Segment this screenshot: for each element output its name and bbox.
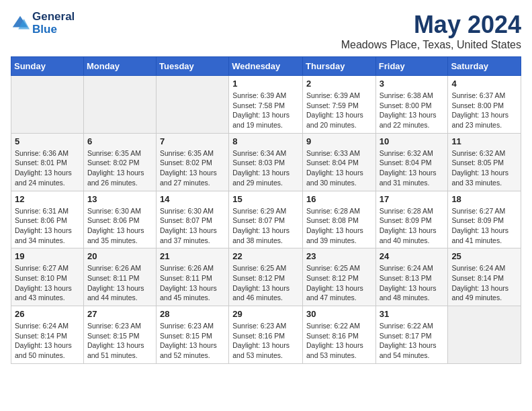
- day-info: Sunrise: 6:24 AM Sunset: 8:14 PM Dayligh…: [451, 263, 517, 303]
- day-cell: 21Sunrise: 6:26 AM Sunset: 8:11 PM Dayli…: [157, 248, 229, 306]
- day-info: Sunrise: 6:39 AM Sunset: 7:59 PM Dayligh…: [306, 91, 372, 130]
- day-info: Sunrise: 6:37 AM Sunset: 8:00 PM Dayligh…: [451, 91, 517, 130]
- logo-icon: [11, 14, 30, 33]
- day-cell: 13Sunrise: 6:30 AM Sunset: 8:06 PM Dayli…: [83, 191, 156, 248]
- day-number: 4: [451, 79, 517, 89]
- day-number: 25: [451, 251, 517, 261]
- day-number: 3: [380, 79, 445, 89]
- day-number: 5: [15, 136, 80, 146]
- title-block: May 2024 Meadows Place, Texas, United St…: [341, 11, 521, 51]
- day-info: Sunrise: 6:27 AM Sunset: 8:10 PM Dayligh…: [15, 263, 80, 303]
- header-row: SundayMondayTuesdayWednesdayThursdayFrid…: [11, 57, 521, 76]
- day-number: 14: [160, 194, 225, 204]
- day-info: Sunrise: 6:30 AM Sunset: 8:07 PM Dayligh…: [160, 206, 225, 246]
- day-number: 29: [232, 309, 299, 319]
- day-cell: 5Sunrise: 6:36 AM Sunset: 8:01 PM Daylig…: [11, 133, 84, 191]
- logo: General Blue: [11, 11, 75, 36]
- day-cell: [11, 76, 84, 134]
- day-cell: 18Sunrise: 6:27 AM Sunset: 8:09 PM Dayli…: [448, 191, 521, 248]
- day-number: 22: [232, 251, 299, 261]
- day-cell: 15Sunrise: 6:29 AM Sunset: 8:07 PM Dayli…: [229, 191, 303, 248]
- day-cell: 19Sunrise: 6:27 AM Sunset: 8:10 PM Dayli…: [11, 248, 84, 306]
- day-info: Sunrise: 6:30 AM Sunset: 8:06 PM Dayligh…: [87, 206, 152, 246]
- day-number: 26: [15, 309, 80, 319]
- day-info: Sunrise: 6:35 AM Sunset: 8:02 PM Dayligh…: [160, 148, 225, 188]
- day-info: Sunrise: 6:32 AM Sunset: 8:04 PM Dayligh…: [380, 148, 445, 188]
- header-cell-wednesday: Wednesday: [229, 57, 303, 76]
- day-cell: 23Sunrise: 6:25 AM Sunset: 8:12 PM Dayli…: [303, 248, 376, 306]
- day-number: 15: [232, 194, 299, 204]
- day-cell: 31Sunrise: 6:22 AM Sunset: 8:17 PM Dayli…: [375, 306, 448, 364]
- day-cell: 24Sunrise: 6:24 AM Sunset: 8:13 PM Dayli…: [375, 248, 448, 306]
- day-number: 30: [306, 309, 372, 319]
- day-info: Sunrise: 6:27 AM Sunset: 8:09 PM Dayligh…: [451, 206, 517, 246]
- day-info: Sunrise: 6:28 AM Sunset: 8:09 PM Dayligh…: [380, 206, 445, 246]
- day-cell: 30Sunrise: 6:22 AM Sunset: 8:16 PM Dayli…: [303, 306, 376, 364]
- week-row-4: 19Sunrise: 6:27 AM Sunset: 8:10 PM Dayli…: [11, 248, 521, 306]
- day-info: Sunrise: 6:22 AM Sunset: 8:16 PM Dayligh…: [306, 321, 372, 361]
- calendar-subtitle: Meadows Place, Texas, United States: [341, 39, 521, 51]
- day-cell: 14Sunrise: 6:30 AM Sunset: 8:07 PM Dayli…: [157, 191, 229, 248]
- day-cell: 29Sunrise: 6:23 AM Sunset: 8:16 PM Dayli…: [229, 306, 303, 364]
- day-number: 10: [380, 136, 445, 146]
- day-info: Sunrise: 6:23 AM Sunset: 8:16 PM Dayligh…: [232, 321, 299, 361]
- day-number: 13: [87, 194, 152, 204]
- header-cell-friday: Friday: [375, 57, 448, 76]
- day-cell: 27Sunrise: 6:23 AM Sunset: 8:15 PM Dayli…: [83, 306, 156, 364]
- day-cell: 7Sunrise: 6:35 AM Sunset: 8:02 PM Daylig…: [157, 133, 229, 191]
- day-number: 6: [87, 136, 152, 146]
- header-cell-monday: Monday: [83, 57, 156, 76]
- day-cell: 26Sunrise: 6:24 AM Sunset: 8:14 PM Dayli…: [11, 306, 84, 364]
- day-info: Sunrise: 6:32 AM Sunset: 8:05 PM Dayligh…: [451, 148, 517, 188]
- page-header: General Blue May 2024 Meadows Place, Tex…: [11, 11, 521, 51]
- day-number: 27: [87, 309, 152, 319]
- day-number: 19: [15, 251, 80, 261]
- day-number: 2: [306, 79, 372, 89]
- calendar-body: 1Sunrise: 6:39 AM Sunset: 7:58 PM Daylig…: [11, 76, 521, 364]
- day-number: 1: [232, 79, 299, 89]
- header-cell-sunday: Sunday: [11, 57, 84, 76]
- day-cell: 28Sunrise: 6:23 AM Sunset: 8:15 PM Dayli…: [157, 306, 229, 364]
- day-number: 28: [160, 309, 225, 319]
- day-info: Sunrise: 6:35 AM Sunset: 8:02 PM Dayligh…: [87, 148, 152, 188]
- day-info: Sunrise: 6:22 AM Sunset: 8:17 PM Dayligh…: [380, 321, 445, 361]
- header-cell-saturday: Saturday: [448, 57, 521, 76]
- day-info: Sunrise: 6:29 AM Sunset: 8:07 PM Dayligh…: [232, 206, 299, 246]
- day-cell: 17Sunrise: 6:28 AM Sunset: 8:09 PM Dayli…: [375, 191, 448, 248]
- day-number: 9: [306, 136, 372, 146]
- day-number: 18: [451, 194, 517, 204]
- day-number: 7: [160, 136, 225, 146]
- day-number: 31: [380, 309, 445, 319]
- day-cell: 2Sunrise: 6:39 AM Sunset: 7:59 PM Daylig…: [303, 76, 376, 134]
- day-info: Sunrise: 6:24 AM Sunset: 8:14 PM Dayligh…: [15, 321, 80, 361]
- day-number: 23: [306, 251, 372, 261]
- week-row-1: 1Sunrise: 6:39 AM Sunset: 7:58 PM Daylig…: [11, 76, 521, 134]
- week-row-2: 5Sunrise: 6:36 AM Sunset: 8:01 PM Daylig…: [11, 133, 521, 191]
- day-info: Sunrise: 6:34 AM Sunset: 8:03 PM Dayligh…: [232, 148, 299, 188]
- day-number: 21: [160, 251, 225, 261]
- day-cell: 12Sunrise: 6:31 AM Sunset: 8:06 PM Dayli…: [11, 191, 84, 248]
- day-info: Sunrise: 6:28 AM Sunset: 8:08 PM Dayligh…: [306, 206, 372, 246]
- day-number: 8: [232, 136, 299, 146]
- day-info: Sunrise: 6:26 AM Sunset: 8:11 PM Dayligh…: [87, 263, 152, 303]
- day-cell: [157, 76, 229, 134]
- day-cell: 20Sunrise: 6:26 AM Sunset: 8:11 PM Dayli…: [83, 248, 156, 306]
- day-info: Sunrise: 6:38 AM Sunset: 8:00 PM Dayligh…: [380, 91, 445, 130]
- day-number: 17: [380, 194, 445, 204]
- day-info: Sunrise: 6:31 AM Sunset: 8:06 PM Dayligh…: [15, 206, 80, 246]
- calendar-table: SundayMondayTuesdayWednesdayThursdayFrid…: [11, 56, 521, 364]
- day-info: Sunrise: 6:33 AM Sunset: 8:04 PM Dayligh…: [306, 148, 372, 188]
- day-cell: 4Sunrise: 6:37 AM Sunset: 8:00 PM Daylig…: [448, 76, 521, 134]
- day-cell: 9Sunrise: 6:33 AM Sunset: 8:04 PM Daylig…: [303, 133, 376, 191]
- day-cell: 16Sunrise: 6:28 AM Sunset: 8:08 PM Dayli…: [303, 191, 376, 248]
- day-cell: 1Sunrise: 6:39 AM Sunset: 7:58 PM Daylig…: [229, 76, 303, 134]
- day-cell: 11Sunrise: 6:32 AM Sunset: 8:05 PM Dayli…: [448, 133, 521, 191]
- logo-text: General Blue: [32, 11, 75, 36]
- day-info: Sunrise: 6:23 AM Sunset: 8:15 PM Dayligh…: [160, 321, 225, 361]
- header-cell-thursday: Thursday: [303, 57, 376, 76]
- header-cell-tuesday: Tuesday: [157, 57, 229, 76]
- day-cell: [448, 306, 521, 364]
- day-info: Sunrise: 6:25 AM Sunset: 8:12 PM Dayligh…: [306, 263, 372, 303]
- day-info: Sunrise: 6:23 AM Sunset: 8:15 PM Dayligh…: [87, 321, 152, 361]
- day-cell: 25Sunrise: 6:24 AM Sunset: 8:14 PM Dayli…: [448, 248, 521, 306]
